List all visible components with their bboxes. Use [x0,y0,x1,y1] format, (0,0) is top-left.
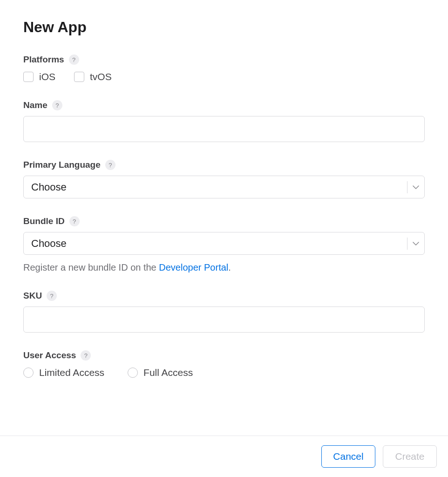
radio-limited-access-label: Limited Access [39,367,104,378]
checkbox-box-icon [74,72,84,82]
bundle-id-hint-prefix: Register a new bundle ID on the [23,262,159,273]
bundle-id-selected: Choose [24,238,407,250]
name-label: Name [23,100,48,110]
chevron-down-icon [407,185,424,189]
radio-circle-icon [23,368,34,378]
help-icon[interactable]: ? [47,291,57,301]
sku-input[interactable] [23,307,425,333]
checkbox-tvos-label: tvOS [90,71,112,82]
checkbox-box-icon [23,72,34,82]
create-button: Create [383,445,437,468]
bundle-id-select[interactable]: Choose [23,232,425,255]
name-group: Name ? [23,100,425,142]
bundle-id-hint-suffix: . [228,262,231,273]
user-access-group: User Access ? Limited Access Full Access [23,350,425,378]
help-icon[interactable]: ? [81,350,91,361]
sku-group: SKU ? [23,291,425,333]
developer-portal-link[interactable]: Developer Portal [159,262,228,273]
radio-circle-icon [128,368,138,378]
cancel-button[interactable]: Cancel [321,445,375,468]
chevron-down-icon [407,242,424,245]
bundle-id-group: Bundle ID ? Choose Register a new bundle… [23,216,425,273]
footer: Cancel Create [0,436,448,477]
primary-language-group: Primary Language ? Choose [23,160,425,198]
primary-language-select[interactable]: Choose [23,176,425,198]
sku-label: SKU [23,291,42,301]
bundle-id-hint: Register a new bundle ID on the Develope… [23,262,425,273]
help-icon[interactable]: ? [69,55,79,65]
page-title: New App [23,19,425,36]
radio-full-access[interactable]: Full Access [128,367,193,378]
primary-language-label: Primary Language [23,160,101,170]
user-access-label: User Access [23,350,76,361]
radio-full-access-label: Full Access [143,367,193,378]
help-icon[interactable]: ? [52,100,62,110]
help-icon[interactable]: ? [69,216,80,226]
primary-language-selected: Choose [24,181,407,193]
checkbox-tvos[interactable]: tvOS [74,71,112,82]
bundle-id-label: Bundle ID [23,216,65,226]
checkbox-ios-label: iOS [39,71,55,82]
checkbox-ios[interactable]: iOS [23,71,55,82]
platforms-group: Platforms ? iOS tvOS [23,55,425,82]
radio-limited-access[interactable]: Limited Access [23,367,104,378]
help-icon[interactable]: ? [105,160,115,170]
platforms-label: Platforms [23,55,64,65]
name-input[interactable] [23,116,425,142]
